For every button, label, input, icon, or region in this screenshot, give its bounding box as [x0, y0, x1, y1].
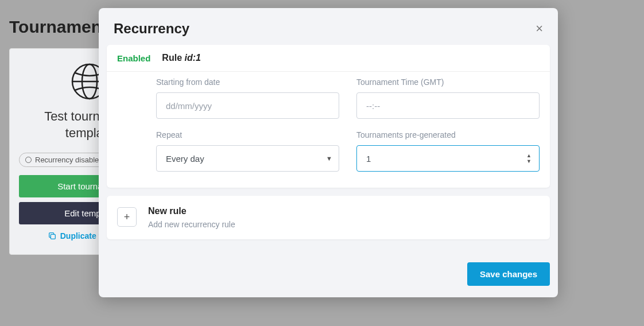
time-input[interactable] [356, 92, 540, 119]
add-rule-button[interactable]: + [117, 207, 137, 227]
rule-header: Enabled Rule id:1 [107, 45, 550, 72]
recurrency-modal: Recurrency × Enabled Rule id:1 Starting … [99, 8, 558, 297]
enabled-label: Enabled [117, 53, 150, 63]
svg-rect-3 [51, 235, 55, 239]
number-stepper-icon[interactable]: ▲ ▼ [526, 153, 532, 164]
rule-body: Starting from date Tournament Time (GMT)… [107, 72, 550, 188]
close-button[interactable]: × [536, 22, 543, 35]
copy-icon [48, 231, 57, 240]
start-date-field: Starting from date [156, 77, 339, 119]
pregen-label: Tournaments pre-generated [356, 130, 540, 139]
rule-title-id: id:1 [184, 53, 200, 63]
recurrency-status-text: Recurrency disabled [35, 156, 103, 164]
modal-footer: Save changes [99, 247, 558, 297]
repeat-field: Repeat Every day ▼ [156, 130, 339, 172]
modal-header: Recurrency × [99, 8, 558, 45]
time-label: Tournament Time (GMT) [356, 77, 540, 87]
save-button[interactable]: Save changes [467, 262, 550, 286]
circle-icon [25, 157, 32, 163]
pregen-input[interactable] [356, 145, 540, 172]
new-rule-text: New rule Add new recurrency rule [148, 206, 235, 229]
start-date-label: Starting from date [156, 77, 339, 87]
rule-title: Rule id:1 [162, 53, 201, 63]
time-field: Tournament Time (GMT) [356, 77, 540, 119]
modal-title: Recurrency [114, 21, 189, 37]
chevron-down-icon: ▼ [526, 159, 532, 164]
recurrency-status-badge[interactable]: Recurrency disabled [19, 153, 110, 167]
rule-title-prefix: Rule [162, 53, 184, 63]
new-rule-card: + New rule Add new recurrency rule [107, 196, 550, 239]
new-rule-title: New rule [148, 206, 235, 216]
start-date-input[interactable] [156, 92, 339, 119]
rule-card: Enabled Rule id:1 Starting from date Tou… [107, 45, 550, 188]
pregen-field: Tournaments pre-generated ▲ ▼ [356, 130, 540, 172]
repeat-select[interactable]: Every day [156, 145, 339, 172]
chevron-up-icon: ▲ [526, 153, 532, 158]
new-rule-subtitle: Add new recurrency rule [148, 220, 235, 229]
repeat-label: Repeat [156, 130, 339, 139]
